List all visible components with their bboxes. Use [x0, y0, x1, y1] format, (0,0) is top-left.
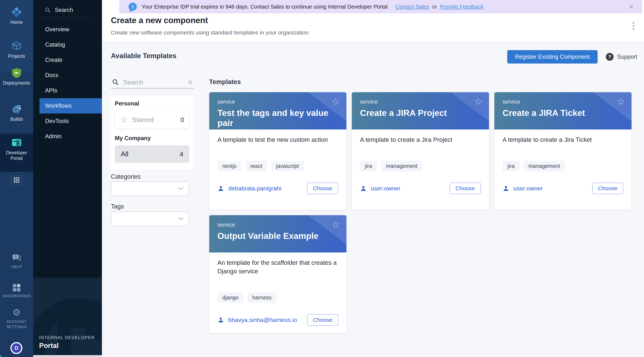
tags-label: Tags — [111, 203, 124, 210]
star-icon[interactable]: ☆ — [331, 220, 340, 229]
my-company-label: My Company — [115, 135, 189, 142]
module-apps-button[interactable] — [11, 176, 22, 184]
sidebar-search[interactable]: Search — [45, 5, 95, 15]
card-description: A template to test the new custom action — [218, 136, 338, 144]
starred-filter[interactable]: ☆ Starred 0 — [115, 111, 189, 128]
template-cards-grid: service Test the tags and key value pair… — [209, 92, 632, 333]
rail-item-account-settings[interactable]: ⚙ ACCOUNT SETTINGS — [0, 308, 33, 330]
card-title: Create a JIRA Ticket — [502, 108, 623, 118]
filter-card: Personal ☆ Starred 0 My Company All 4 — [110, 96, 194, 170]
card-footer: bhavya.sinha@harness.io Choose — [218, 314, 338, 326]
card-title: Output Variable Example — [218, 231, 338, 241]
card-body: A template to create a Jira Ticket jira … — [494, 130, 632, 210]
provide-feedback-link[interactable]: Provide Feedback — [440, 4, 484, 10]
card-type: service — [502, 98, 623, 105]
card-body: A template to create a Jira Project jira… — [352, 130, 489, 210]
tag-chip: jira — [360, 161, 377, 172]
tag-chip: react — [246, 161, 267, 172]
card-owner-link[interactable]: user:owner — [371, 185, 400, 192]
rail-item-deployments[interactable]: ∞ Deployments — [0, 68, 33, 86]
support-button[interactable]: ? Support — [606, 53, 637, 61]
card-tags: nextjs react javascript — [218, 161, 338, 172]
all-count: 4 — [180, 150, 183, 158]
card-type: service — [218, 222, 338, 228]
categories-dropdown[interactable] — [111, 181, 189, 196]
template-search-input[interactable] — [123, 79, 184, 86]
rail-label-developer-portal: Developer Portal — [2, 150, 32, 161]
user-avatar[interactable]: D — [10, 342, 22, 354]
card-body: An template for the scaffolder that crea… — [209, 252, 346, 333]
rail-item-developer-portal[interactable]: Developer Portal — [0, 137, 33, 161]
template-card: service Create a JIRA Project ☆ A templa… — [352, 92, 489, 210]
tag-chip: management — [381, 161, 422, 172]
tag-chip: javascript — [271, 161, 304, 172]
gear-icon: ⚙ — [12, 308, 21, 317]
template-search: × — [111, 76, 194, 88]
star-icon: ☆ — [120, 116, 127, 124]
card-description: A template to create a Jira Ticket — [502, 136, 623, 144]
search-icon — [45, 7, 51, 13]
star-icon[interactable]: ☆ — [331, 97, 340, 106]
sidebar-item-workflows[interactable]: Workflows — [40, 98, 102, 114]
card-tags: jira management — [502, 161, 623, 172]
template-card: service Create a JIRA Ticket ☆ A templat… — [494, 92, 632, 210]
main-area: i Your Enterprise IDP trial expires in 9… — [102, 0, 644, 357]
sidebar-item-apis[interactable]: APIs — [33, 83, 102, 98]
card-header: service Create a JIRA Project ☆ — [352, 92, 489, 130]
sidebar-item-docs[interactable]: Docs — [33, 68, 102, 83]
register-existing-component-button[interactable]: Register Existing Component — [507, 50, 598, 64]
question-mark-icon: ? — [606, 53, 614, 61]
search-clear-icon[interactable]: × — [188, 78, 193, 86]
sidebar-item-create[interactable]: Create — [33, 52, 102, 68]
rail-item-home[interactable]: Home — [0, 7, 33, 25]
choose-button[interactable]: Choose — [307, 314, 338, 326]
card-footer: debabrata.panigrahi Choose — [218, 182, 338, 194]
info-icon: i — [128, 2, 137, 11]
templates-heading: Templates — [209, 78, 241, 86]
rail-label-deployments: Deployments — [2, 80, 32, 86]
rail-item-builds[interactable]: Builds — [0, 104, 33, 122]
choose-button[interactable]: Choose — [450, 182, 481, 194]
kebab-menu-icon[interactable] — [633, 22, 634, 30]
card-owner-link[interactable]: debabrata.panigrahi — [228, 185, 282, 192]
rail-label-help: HELP — [2, 264, 32, 270]
starred-label: Starred — [132, 116, 154, 124]
banner-or: or — [432, 4, 437, 10]
projects-cube-icon — [11, 40, 22, 52]
star-icon[interactable]: ☆ — [474, 97, 483, 106]
contact-sales-link[interactable]: Contact Sales — [396, 4, 429, 10]
star-icon[interactable]: ☆ — [616, 97, 625, 106]
sidebar-item-overview[interactable]: Overview — [33, 22, 102, 37]
banner-close-icon[interactable]: × — [629, 3, 634, 10]
personal-label: Personal — [115, 100, 189, 107]
card-footer: user:owner Choose — [502, 182, 623, 194]
choose-button[interactable]: Choose — [592, 182, 623, 194]
sidebar-search-label: Search — [55, 7, 73, 14]
brand-line-1: INTERNAL DEVELOPER — [39, 335, 95, 340]
sidebar-brand: INTERNAL DEVELOPER Portal — [39, 335, 95, 350]
card-owner-link[interactable]: bhavya.sinha@harness.io — [228, 316, 297, 324]
svg-text:∞: ∞ — [14, 70, 18, 76]
rail-label-home: Home — [2, 20, 32, 25]
all-filter[interactable]: All 4 — [115, 145, 189, 163]
search-icon — [112, 79, 119, 86]
card-footer: user:owner Choose — [360, 182, 481, 194]
chevron-down-icon — [178, 187, 184, 190]
sidebar-item-admin[interactable]: Admin — [33, 129, 102, 144]
banner-message: Your Enterprise IDP trial expires in 946… — [142, 4, 388, 10]
choose-button[interactable]: Choose — [307, 182, 338, 194]
rail-item-projects[interactable]: Projects — [0, 40, 33, 59]
tags-dropdown[interactable] — [111, 212, 189, 226]
card-owner-link[interactable]: user:owner — [513, 185, 543, 192]
deployments-shield-icon: ∞ — [11, 68, 22, 78]
rail-item-help[interactable]: ? HELP — [0, 254, 33, 270]
rail-item-dashboards[interactable]: DASHBOARDS — [0, 284, 33, 298]
card-description: An template for the scaffolder that crea… — [218, 258, 338, 276]
person-icon — [502, 185, 509, 192]
light-bottom-strip — [33, 355, 102, 357]
card-type: service — [360, 98, 481, 105]
tag-chip: harness — [248, 292, 276, 303]
card-title: Test the tags and key value pair — [218, 108, 338, 128]
sidebar-item-devtools[interactable]: DevTools — [33, 114, 102, 129]
sidebar-item-catalog[interactable]: Catalog — [33, 37, 102, 52]
